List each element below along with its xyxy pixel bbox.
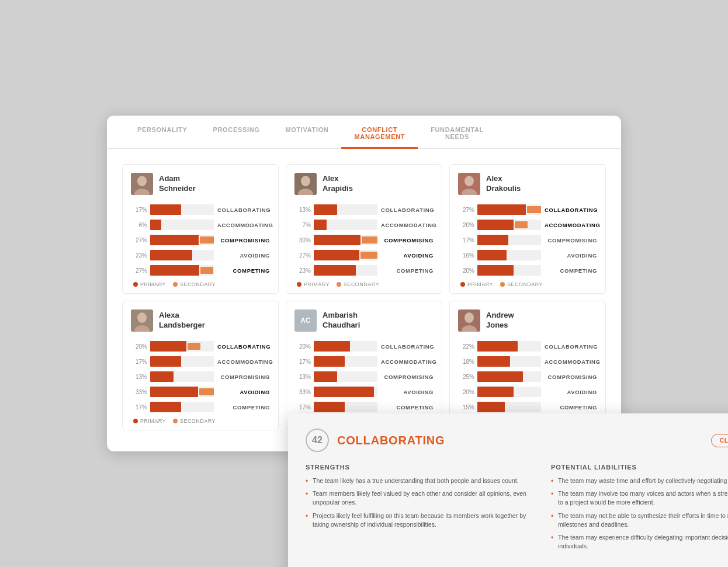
bar-primary-0-0	[150, 204, 181, 215]
bar-label-4-4: COMPETING	[381, 404, 434, 411]
bar-track-2-0	[477, 204, 541, 215]
legend-dot-primary-3	[133, 419, 138, 423]
bar-row-5-1: 18%ACCOMMODATING	[458, 355, 597, 368]
legend-item-secondary-2: SECONDARY	[500, 281, 543, 287]
tab-conflict-management[interactable]: CONFLICTMANAGEMENT	[341, 116, 418, 148]
bar-primary-1-1	[314, 220, 327, 230]
bar-row-2-4: 20%COMPETING	[458, 264, 597, 277]
bar-label-2-3: AVOIDING	[545, 252, 597, 259]
legend-label-secondary-3: SECONDARY	[180, 418, 216, 424]
bar-primary-0-2	[150, 235, 199, 245]
legend-dot-secondary-0	[173, 282, 178, 287]
person-name-2: Alex Drakoulis	[486, 174, 521, 194]
bar-track-0-4	[150, 265, 214, 276]
bar-label-3-0: COLLABORATING	[217, 343, 270, 350]
liabilities-item-3: The team may experience difficulty deleg…	[551, 533, 728, 551]
legend-item-secondary-0: SECONDARY	[173, 281, 216, 287]
person-header-3: Alexa Landsberger	[131, 309, 270, 332]
bar-secondary-1-3	[360, 252, 377, 259]
bar-secondary-3-3	[199, 388, 214, 395]
bar-label-4-0: COLLABORATING	[381, 343, 434, 350]
bar-primary-2-1	[477, 220, 514, 230]
bar-label-1-3: AVOIDING	[381, 252, 434, 259]
bar-pct-1-1: 7%	[294, 222, 311, 228]
legend-item-secondary-3: SECONDARY	[173, 418, 216, 424]
person-card-2: Alex Drakoulis27%COLLABORATING20%ACCOMMO…	[449, 164, 606, 294]
bar-pct-2-1: 20%	[458, 222, 474, 228]
bar-track-0-3	[150, 250, 214, 260]
bar-label-5-0: COLLABORATING	[545, 343, 597, 350]
bar-label-4-3: AVOIDING	[381, 389, 434, 395]
bar-row-3-0: 20%COLLABORATING	[131, 340, 270, 353]
bar-primary-4-1	[314, 356, 345, 367]
bar-row-1-2: 30%COMPROMISING	[294, 234, 434, 246]
person-card-1: Alex Arapidis13%COLLABORATING7%ACCOMMODA…	[286, 164, 442, 294]
bar-primary-4-4	[314, 402, 345, 412]
svg-point-1	[137, 176, 147, 186]
bar-track-0-2	[150, 235, 214, 245]
bar-pct-2-0: 27%	[458, 207, 474, 213]
bar-primary-5-3	[477, 387, 514, 397]
bar-label-5-4: COMPETING	[545, 404, 597, 411]
bar-row-4-4: 17%COMPETING	[294, 401, 434, 413]
bar-row-3-1: 17%ACCOMMODATING	[131, 355, 270, 368]
avatar-0	[131, 173, 153, 195]
bar-pct-4-3: 33%	[294, 389, 311, 395]
svg-point-4	[301, 176, 310, 186]
bar-pct-0-1: 6%	[131, 222, 147, 228]
svg-point-10	[137, 312, 147, 323]
bar-row-0-4: 27%COMPETING	[131, 264, 270, 277]
tab-personality[interactable]: PERSONALITY	[124, 116, 200, 148]
main-card: PERSONALITY PROCESSING MOTIVATION CONFLI…	[107, 116, 621, 451]
bar-row-0-1: 6%ACCOMMODATING	[131, 218, 270, 231]
bar-track-3-2	[150, 371, 214, 382]
legend-item-secondary-1: SECONDARY	[337, 281, 379, 287]
report-header: 42 COLLABORATING CLOSE REPORT	[306, 429, 728, 452]
bar-track-2-3	[477, 250, 541, 260]
bar-track-1-4	[314, 265, 377, 276]
person-name-4: Ambarish Chaudhari	[323, 311, 360, 331]
bar-track-3-0	[150, 341, 214, 352]
bar-label-0-4: COMPETING	[217, 267, 270, 274]
bar-row-0-3: 23%AVOIDING	[131, 249, 270, 262]
bar-row-1-1: 7%ACCOMMODATING	[294, 218, 434, 231]
bar-pct-3-2: 13%	[131, 374, 147, 380]
bar-pct-3-1: 17%	[131, 359, 147, 365]
bar-row-1-3: 27%AVOIDING	[294, 249, 434, 262]
bar-pct-0-3: 23%	[131, 252, 147, 259]
bar-row-2-0: 27%COLLABORATING	[458, 203, 597, 216]
legend-label-secondary-1: SECONDARY	[344, 281, 379, 287]
tab-fundamental-needs[interactable]: FUNDAMENTALNEEDS	[418, 116, 497, 148]
person-name-3: Alexa Landsberger	[159, 311, 205, 331]
bar-label-5-1: ACCOMMODATING	[545, 359, 597, 365]
bar-label-2-1: ACCOMMODATING	[545, 222, 597, 228]
bar-secondary-2-1	[515, 221, 528, 228]
tab-bar: PERSONALITY PROCESSING MOTIVATION CONFLI…	[107, 116, 621, 149]
avatar-3	[131, 309, 153, 332]
bar-pct-2-2: 17%	[458, 237, 474, 244]
bar-primary-1-4	[314, 265, 356, 276]
bar-label-3-2: COMPROMISING	[217, 374, 270, 380]
bar-pct-2-4: 20%	[458, 267, 474, 274]
close-report-button[interactable]: CLOSE REPORT	[711, 434, 728, 447]
tab-motivation[interactable]: MOTIVATION	[272, 116, 341, 148]
bar-pct-1-4: 23%	[294, 267, 311, 274]
legend-label-primary-3: PRIMARY	[140, 418, 166, 424]
bar-primary-4-2	[314, 371, 337, 382]
bar-row-0-0: 17%COLLABORATING	[131, 203, 270, 216]
bar-label-4-1: ACCOMMODATING	[381, 359, 434, 365]
bar-track-1-3	[314, 250, 377, 260]
bar-primary-3-4	[150, 402, 181, 412]
bar-pct-1-2: 30%	[294, 237, 311, 244]
liabilities-section: POTENTIAL LIABILITIES The team may waste…	[551, 464, 728, 555]
legend-dot-primary-1	[297, 282, 301, 287]
bar-label-0-3: AVOIDING	[217, 252, 270, 259]
tab-processing[interactable]: PROCESSING	[200, 116, 273, 148]
bar-track-4-1	[314, 356, 377, 367]
bar-row-5-0: 22%COLLABORATING	[458, 340, 597, 353]
bar-primary-5-4	[477, 402, 505, 412]
liabilities-item-1: The team may involve too many voices and…	[551, 489, 728, 507]
bar-pct-0-0: 17%	[131, 207, 147, 213]
avatar-1	[294, 173, 317, 195]
bar-row-4-2: 13%COMPROMISING	[294, 370, 434, 383]
